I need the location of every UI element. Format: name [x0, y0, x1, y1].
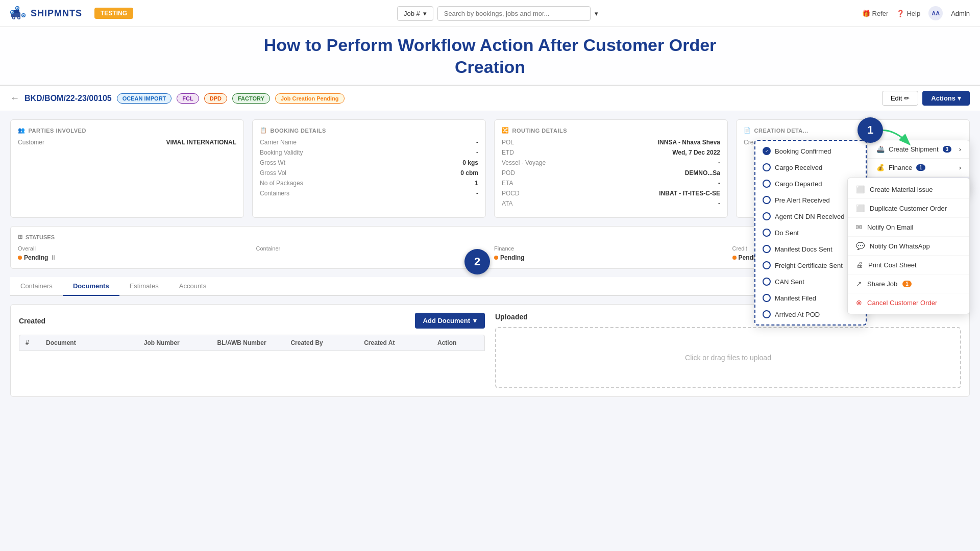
carrier-field: Carrier Name -	[260, 139, 478, 146]
can-sent-icon	[763, 278, 771, 286]
eta-field: ETA -	[502, 180, 720, 187]
cargo-departed-icon	[763, 180, 771, 188]
do-sent-icon	[763, 229, 771, 237]
credit-dot	[732, 256, 737, 260]
shipmnts-logo	[10, 5, 27, 21]
overall-dot	[18, 256, 22, 260]
help-button[interactable]: ❓ Help	[896, 10, 920, 17]
routing-details-title: 🔀 ROUTING DETAILS	[502, 127, 720, 134]
workflow-booking-confirmed[interactable]: ✓ Booking Confirmed	[755, 143, 866, 159]
action-duplicate-order[interactable]: ⬜ Duplicate Customer Order	[848, 199, 969, 218]
pod-field: POD DEMNO...Sa	[502, 169, 720, 177]
tab-estimates[interactable]: Estimates	[119, 277, 169, 296]
menu-finance[interactable]: 💰 Finance 1 ›	[868, 159, 969, 177]
actions-button[interactable]: Actions ▾	[922, 91, 970, 106]
parties-panel: 👥 PARTIES INVOLVED Customer VIMAL INTERN…	[10, 119, 244, 218]
tutorial-title: How to Perform Workflow Action After Cus…	[10, 34, 970, 78]
action-notify-email[interactable]: ✉ Notify On Email	[848, 218, 969, 237]
etd-field: ETD Wed, 7 Dec 2022	[502, 149, 720, 156]
tab-containers[interactable]: Containers	[10, 277, 63, 296]
booking-confirmed-icon: ✓	[763, 147, 771, 155]
share-job-badge: 1	[902, 281, 912, 287]
manifest-filed-icon	[763, 294, 771, 302]
container-status: Container	[256, 245, 486, 261]
top-banner: SHIPMNTS TESTING Job # ▾ ▾ 🎁 Refer ❓ Hel…	[0, 0, 980, 27]
add-document-button[interactable]: Add Document ▾	[415, 313, 485, 329]
gross-vol-field: Gross Vol 0 cbm	[260, 169, 478, 177]
tag-ocean-import: OCEAN IMPORT	[117, 93, 172, 104]
main-content: 👥 PARTIES INVOLVED Customer VIMAL INTERN…	[0, 111, 980, 405]
tutorial-title-banner: How to Perform Workflow Action After Cus…	[0, 27, 980, 86]
email-icon: ✉	[856, 223, 862, 231]
action-create-material-issue[interactable]: ⬜ Create Material Issue	[848, 180, 969, 199]
job-select[interactable]: Job # ▾	[397, 6, 433, 21]
sub-header-left: ← BKD/BOM/22-23/00105 OCEAN IMPORT FCL D…	[10, 93, 345, 104]
created-label: Created	[19, 317, 45, 325]
action-print-cost-sheet[interactable]: 🖨 Print Cost Sheet	[848, 256, 969, 274]
tag-job-creation-pending: Job Creation Pending	[275, 93, 345, 104]
tag-fcl: FCL	[177, 93, 199, 104]
documents-table-header: # Document Job Number BL/AWB Number Crea…	[19, 335, 485, 351]
duplicate-icon: ⬜	[856, 204, 865, 212]
creation-details-title: 📄 CREATION DETA...	[744, 127, 962, 134]
cargo-received-icon	[763, 163, 771, 171]
logo-area: SHIPMNTS TESTING	[10, 5, 133, 21]
back-button[interactable]: ←	[10, 93, 19, 104]
logo-icon	[10, 5, 27, 21]
booking-validity-field: Booking Validity -	[260, 149, 478, 156]
admin-label: Admin	[951, 10, 970, 17]
action-share-job[interactable]: ↗ Share Job 1	[848, 274, 969, 293]
customer-field: Customer VIMAL INTERNATIONAL	[18, 139, 236, 146]
freight-cert-icon	[763, 261, 771, 269]
routing-details-panel: 🔀 ROUTING DETAILS POL INNSA - Nhava Shev…	[494, 119, 728, 218]
share-icon: ↗	[856, 280, 862, 288]
tab-accounts[interactable]: Accounts	[169, 277, 216, 296]
step-2-circle: 2	[464, 249, 490, 274]
edit-button[interactable]: Edit ✏	[882, 91, 918, 106]
logo-text: SHIPMNTS	[31, 8, 82, 19]
sub-header: ← BKD/BOM/22-23/00105 OCEAN IMPORT FCL D…	[0, 86, 980, 111]
uploaded-section: Uploaded Click or drag files to upload	[495, 313, 961, 388]
pocd-field: POCD INBAT - IT-ITES-C-SE	[502, 190, 720, 197]
pol-field: POL INNSA - Nhava Sheva	[502, 139, 720, 146]
booking-id: BKD/BOM/22-23/00105	[24, 94, 112, 103]
step-1-circle: 1	[857, 117, 883, 143]
search-input[interactable]	[437, 6, 591, 21]
created-section: Created Add Document ▾ # Document Job Nu…	[19, 313, 485, 388]
finance-status: Finance Pending	[494, 245, 724, 261]
overall-status: Overall Pending ⏸	[18, 245, 248, 261]
create-material-icon: ⬜	[856, 185, 865, 193]
booking-details-panel: 📋 BOOKING DETAILS Carrier Name - Booking…	[252, 119, 486, 218]
agent-cn-dn-icon	[763, 212, 771, 220]
workflow-cargo-received[interactable]: Cargo Received	[755, 159, 866, 176]
gross-wt-field: Gross Wt 0 kgs	[260, 159, 478, 166]
containers-field: Containers -	[260, 190, 478, 197]
parties-title: 👥 PARTIES INVOLVED	[18, 127, 236, 134]
vessel-field: Vessel - Voyage -	[502, 159, 720, 166]
testing-badge: TESTING	[94, 8, 133, 19]
search-area: Job # ▾ ▾	[397, 6, 598, 21]
svg-point-5	[18, 17, 20, 19]
svg-point-4	[13, 17, 15, 19]
tag-factory: FACTORY	[232, 93, 270, 104]
ata-field: ATA -	[502, 200, 720, 207]
tab-documents[interactable]: Documents	[63, 277, 119, 296]
arrived-pod-icon	[763, 310, 771, 318]
upload-area[interactable]: Click or drag files to upload	[495, 327, 961, 388]
print-icon: 🖨	[856, 261, 863, 269]
right-actions-panel: ⬜ Create Material Issue ⬜ Duplicate Cust…	[847, 178, 970, 314]
pre-alert-icon	[763, 196, 771, 204]
whatsapp-icon: 💬	[856, 242, 865, 250]
refer-button[interactable]: 🎁 Refer	[862, 10, 889, 17]
action-notify-whatsapp[interactable]: 💬 Notify On WhatsApp	[848, 237, 969, 256]
uploaded-label: Uploaded	[495, 313, 528, 321]
cancel-icon: ⊗	[856, 298, 862, 307]
header-right: 🎁 Refer ❓ Help AA Admin	[862, 6, 970, 20]
packages-field: No of Packages 1	[260, 180, 478, 187]
tag-dpd: DPD	[204, 93, 227, 104]
sub-header-right: Edit ✏ Actions ▾	[882, 91, 970, 106]
action-cancel-order[interactable]: ⊗ Cancel Customer Order	[848, 293, 969, 312]
booking-details-title: 📋 BOOKING DETAILS	[260, 127, 478, 134]
manifest-docs-icon	[763, 245, 771, 253]
admin-avatar: AA	[928, 6, 943, 20]
